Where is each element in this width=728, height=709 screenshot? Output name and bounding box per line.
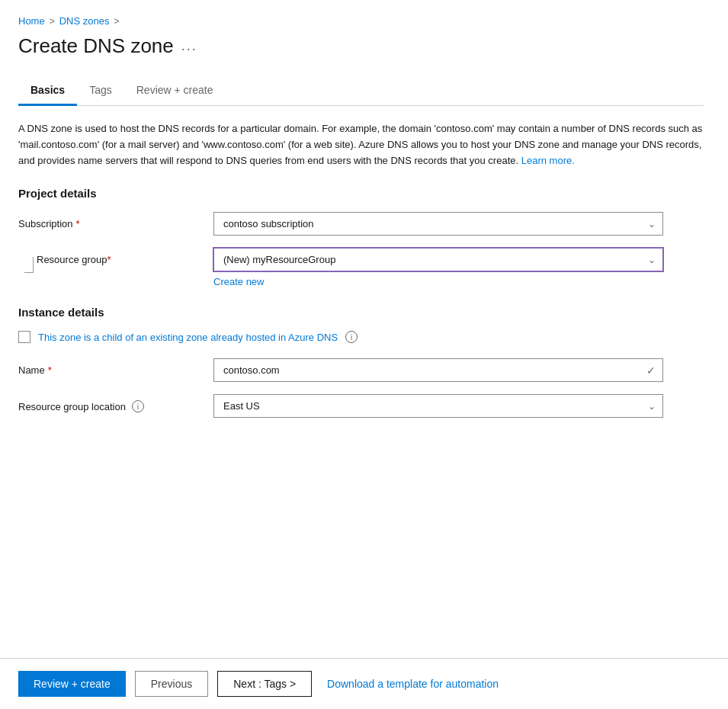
name-select-wrapper: ✓ <box>213 358 663 382</box>
subscription-select-wrapper: contoso subscription ⌄ <box>213 212 663 236</box>
child-zone-row: This zone is a child of an existing zone… <box>18 331 704 343</box>
tab-review-create[interactable]: Review + create <box>124 76 226 106</box>
subscription-label: Subscription <box>18 218 73 229</box>
resource-group-row: Resource group * (New) myResourceGroup ⌄… <box>18 248 704 287</box>
breadcrumb-sep2: > <box>114 16 119 27</box>
rg-location-select-wrapper: East US ⌄ <box>213 394 663 418</box>
resource-group-input-col: (New) myResourceGroup ⌄ Create new <box>213 248 663 287</box>
subscription-input-col: contoso subscription ⌄ <box>213 212 663 236</box>
create-new-link[interactable]: Create new <box>213 276 264 287</box>
download-template-link[interactable]: Download a template for automation <box>327 678 499 690</box>
project-details-section: Project details Subscription * contoso s… <box>18 187 704 287</box>
rg-location-label: Resource group location <box>18 401 126 412</box>
breadcrumb: Home > DNS zones > <box>18 15 704 27</box>
review-create-button[interactable]: Review + create <box>18 671 126 697</box>
next-tags-button[interactable]: Next : Tags > <box>217 671 312 697</box>
learn-more-link[interactable]: Learn more. <box>521 155 575 166</box>
breadcrumb-sep1: > <box>50 16 55 27</box>
instance-details-title: Instance details <box>18 306 704 319</box>
rg-location-label-col: Resource group location i <box>18 394 201 412</box>
subscription-required: * <box>76 218 80 229</box>
child-zone-label: This zone is a child of an existing zone… <box>38 332 338 343</box>
tab-tags[interactable]: Tags <box>77 76 124 106</box>
previous-button[interactable]: Previous <box>135 671 208 697</box>
subscription-select[interactable]: contoso subscription <box>213 212 663 236</box>
page-title-row: Create DNS zone ... <box>18 34 704 58</box>
subscription-label-col: Subscription * <box>18 212 201 229</box>
rg-location-select[interactable]: East US <box>213 394 663 418</box>
name-label: Name <box>18 364 45 376</box>
connector-vertical <box>33 257 34 272</box>
page-title: Create DNS zone <box>18 34 174 58</box>
footer: Review + create Previous Next : Tags > D… <box>0 658 728 709</box>
child-zone-checkbox[interactable] <box>18 331 30 343</box>
tab-basics[interactable]: Basics <box>18 76 77 106</box>
rg-location-row: Resource group location i East US ⌄ <box>18 394 704 418</box>
name-input[interactable] <box>213 358 663 382</box>
connector <box>18 254 34 273</box>
instance-details-section: Instance details This zone is a child of… <box>18 306 704 418</box>
page-title-menu-icon[interactable]: ... <box>181 38 197 54</box>
breadcrumb-home[interactable]: Home <box>18 15 45 27</box>
resource-group-select-wrapper: (New) myResourceGroup ⌄ <box>213 248 663 271</box>
child-zone-info-icon[interactable]: i <box>345 331 358 343</box>
project-details-title: Project details <box>18 187 704 200</box>
rg-location-info-icon[interactable]: i <box>132 400 144 412</box>
tabs-container: Basics Tags Review + create <box>18 76 704 106</box>
breadcrumb-dns-zones[interactable]: DNS zones <box>59 15 110 27</box>
subscription-row: Subscription * contoso subscription ⌄ <box>18 212 704 236</box>
resource-group-label-col: Resource group * <box>18 248 201 273</box>
resource-group-select[interactable]: (New) myResourceGroup <box>213 248 663 271</box>
page-description: A DNS zone is used to host the DNS recor… <box>18 121 704 168</box>
resource-group-required: * <box>107 254 111 265</box>
resource-group-label: Resource group <box>37 254 107 265</box>
name-row: Name * ✓ <box>18 358 704 382</box>
name-required: * <box>48 364 52 376</box>
rg-location-input-col: East US ⌄ <box>213 394 663 418</box>
name-input-col: ✓ <box>213 358 663 382</box>
name-label-col: Name * <box>18 358 201 376</box>
connector-horizontal <box>24 272 34 273</box>
